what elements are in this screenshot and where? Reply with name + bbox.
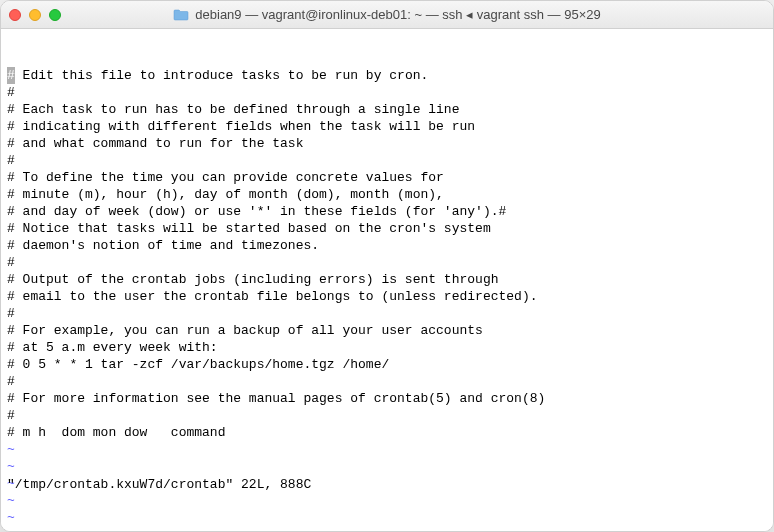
editor-line: # indicating with different fields when … <box>7 118 767 135</box>
folder-icon <box>173 9 189 21</box>
window-controls <box>9 9 61 21</box>
title-content: debian9 — vagrant@ironlinux-deb01: ~ — s… <box>1 7 773 22</box>
editor-line: # <box>7 373 767 390</box>
editor-line: # To define the time you can provide con… <box>7 169 767 186</box>
editor-line: # <box>7 305 767 322</box>
maximize-button[interactable] <box>49 9 61 21</box>
editor-line: # minute (m), hour (h), day of month (do… <box>7 186 767 203</box>
editor-line: # Each task to run has to be defined thr… <box>7 101 767 118</box>
titlebar[interactable]: debian9 — vagrant@ironlinux-deb01: ~ — s… <box>1 1 773 29</box>
editor-line: # <box>7 84 767 101</box>
minimize-button[interactable] <box>29 9 41 21</box>
editor-line: # and day of week (dow) or use '*' in th… <box>7 203 767 220</box>
editor-line: # For more information see the manual pa… <box>7 390 767 407</box>
editor-line: # Edit this file to introduce tasks to b… <box>7 67 767 84</box>
window-title: debian9 — vagrant@ironlinux-deb01: ~ — s… <box>195 7 600 22</box>
editor-line: # m h dom mon dow command <box>7 424 767 441</box>
editor-line: # 0 5 * * 1 tar -zcf /var/backups/home.t… <box>7 356 767 373</box>
editor-line: # at 5 a.m every week with: <box>7 339 767 356</box>
vim-status-line: "/tmp/crontab.kxuW7d/crontab" 22L, 888C <box>7 442 767 527</box>
editor-line: # <box>7 152 767 169</box>
close-button[interactable] <box>9 9 21 21</box>
terminal-body[interactable]: # Edit this file to introduce tasks to b… <box>1 29 773 531</box>
editor-line: # <box>7 254 767 271</box>
editor-line: # daemon's notion of time and timezones. <box>7 237 767 254</box>
editor-line: # Notice that tasks will be started base… <box>7 220 767 237</box>
terminal-window: debian9 — vagrant@ironlinux-deb01: ~ — s… <box>0 0 774 532</box>
editor-line: # Output of the crontab jobs (including … <box>7 271 767 288</box>
cursor: # <box>7 67 15 84</box>
editor-line: # For example, you can run a backup of a… <box>7 322 767 339</box>
editor-line: # <box>7 407 767 424</box>
editor-line: # email to the user the crontab file bel… <box>7 288 767 305</box>
editor-line: # and what command to run for the task <box>7 135 767 152</box>
